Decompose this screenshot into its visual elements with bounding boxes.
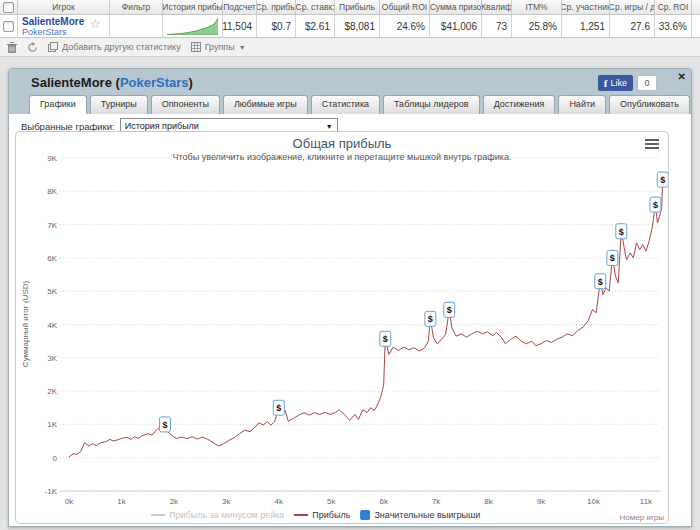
column-header-profit[interactable]: Прибыль [335,0,380,14]
column-header-history[interactable]: История прибы [163,0,223,14]
svg-text:4k: 4k [275,497,284,506]
svg-text:1k: 1k [117,497,126,506]
svg-text:Номер игры: Номер игры [620,513,665,522]
significant-win-marker[interactable]: $ [650,197,661,212]
legend-significant-wins[interactable]: Значительные выигрыши [360,510,480,520]
column-header-av_stake[interactable]: Ср. ставк: [296,0,335,14]
truncated-column [692,0,700,14]
significant-win-marker[interactable]: $ [425,311,436,326]
svg-text:6k: 6k [379,497,388,506]
table-toolbar: Добавить другую статистику Группы ▼ [0,38,700,57]
facebook-like-widget: f Like 0 [598,75,657,91]
svg-text:$: $ [598,277,603,287]
svg-text:Суммарный итог (USD): Суммарный итог (USD) [21,281,30,368]
column-header-count[interactable]: Подсчет [223,0,257,14]
svg-text:7k: 7k [432,497,441,506]
svg-text:7K: 7K [47,221,57,230]
svg-text:3K: 3K [47,354,57,363]
delete-row-button[interactable] [7,42,17,53]
svg-text:$: $ [447,305,452,315]
cell-itm: 25.8% [512,15,562,37]
column-header-itm[interactable]: ITM% [512,0,562,14]
column-header-av_entrants[interactable]: Ср. участник [562,0,610,14]
legend-profit-minus-rake[interactable]: Прибыль за минусом рейка [151,510,284,520]
panel-title: SalienteMore (PokerStars) [31,75,193,90]
groups-button[interactable]: Группы ▼ [191,42,246,52]
cell-history [163,15,223,37]
tab-опубликовать[interactable]: Опубликовать [609,95,690,114]
legend-dash-icon [151,514,165,516]
facebook-like-button[interactable]: f Like [598,75,633,91]
facebook-icon: f [604,77,608,89]
cell-total_roi: 24.6% [380,15,430,37]
column-header-filter[interactable]: Фильтр [110,0,163,14]
svg-text:11k: 11k [640,497,653,506]
groups-label: Группы [205,42,235,52]
add-statistic-label: Добавить другую статистику [62,42,181,52]
row-checkbox[interactable] [3,21,14,32]
refresh-icon [27,42,38,53]
significant-win-marker[interactable]: $ [657,172,668,187]
panel-header: SalienteMore (PokerStars) f Like 0 ✕ Гра… [9,69,691,114]
legend-square-icon [360,510,370,520]
svg-text:3k: 3k [222,497,231,506]
cell-av_profit: $0.7 [257,15,296,37]
chart-legend: Прибыль за минусом рейкаПрибыльЗначитель… [151,510,480,520]
column-header-total_roi[interactable]: Общий ROI [380,0,430,14]
cell-count: 11,504 [223,15,257,37]
select-all-cell [0,0,18,14]
cell-filter [110,15,163,37]
significant-win-marker[interactable]: $ [380,331,391,346]
cell-winnings: $41,006 [430,15,482,37]
cell-player[interactable]: SalienteMorePokerStars☆ [18,15,110,37]
significant-win-marker[interactable]: $ [616,224,627,239]
column-header-av_profit[interactable]: Ср. прибы [257,0,296,14]
significant-win-marker[interactable]: $ [595,274,606,289]
svg-text:-1K: -1K [45,487,58,496]
svg-text:4K: 4K [47,321,57,330]
svg-text:6K: 6K [47,254,57,263]
significant-win-marker[interactable]: $ [273,400,284,415]
player-name[interactable]: SalienteMore [22,16,84,27]
cell-qualif: 73 [482,15,512,37]
tab-оппоненты[interactable]: Оппоненты [151,95,220,114]
svg-text:$: $ [653,200,658,210]
refresh-button[interactable] [27,42,38,53]
column-header-qualif[interactable]: Квалиф [482,0,512,14]
column-header-winnings[interactable]: Сумма призо [430,0,482,14]
column-header-player[interactable]: Игрок [18,0,110,14]
svg-text:5K: 5K [47,287,57,296]
add-statistic-button[interactable]: Добавить другую статистику [48,42,181,52]
svg-text:$: $ [660,175,665,185]
tab-любимые-игры[interactable]: Любимые игры [223,95,308,114]
significant-win-marker[interactable]: $ [607,250,618,265]
column-header-av_roi[interactable]: Ср. ROI [655,0,692,14]
tab-достижения[interactable]: Достижения [483,95,556,114]
close-icon[interactable]: ✕ [678,72,686,82]
tab-найти[interactable]: Найти [558,95,606,114]
svg-text:5k: 5k [327,497,336,506]
svg-text:2K: 2K [47,387,57,396]
column-header-games_day[interactable]: Ср. игры / д [610,0,655,14]
chart-context-menu-button[interactable] [645,139,659,151]
panel-tabbar: ГрафикиТурнирыОппонентыЛюбимые игрыСтати… [29,95,690,114]
tab-статистика[interactable]: Статистика [311,95,380,114]
row-checkbox-cell [0,15,18,37]
profit-chart[interactable]: Общая прибыль Чтобы увеличить изображени… [15,131,669,524]
select-all-checkbox[interactable] [3,2,14,13]
like-count: 0 [637,75,657,91]
truncated-column [692,15,700,37]
svg-text:10k: 10k [587,497,601,506]
graph-type-value: История прибыли [125,121,199,131]
stats-header-row: ИгрокФильтрИстория прибыПодсчетСр. прибы… [0,0,700,15]
chart-title: Общая прибыль [16,136,668,151]
tab-таблицы-лидеров[interactable]: Таблицы лидеров [383,95,480,114]
panel-title-site: PokerStars [120,75,189,90]
significant-win-marker[interactable]: $ [159,417,170,432]
significant-win-marker[interactable]: $ [444,302,455,317]
legend-profit[interactable]: Прибыль [294,510,350,520]
cell-profit: $8,081 [335,15,380,37]
tab-турниры[interactable]: Турниры [90,95,148,114]
favorite-star-icon[interactable]: ☆ [89,16,101,31]
tab-графики[interactable]: Графики [29,95,87,114]
